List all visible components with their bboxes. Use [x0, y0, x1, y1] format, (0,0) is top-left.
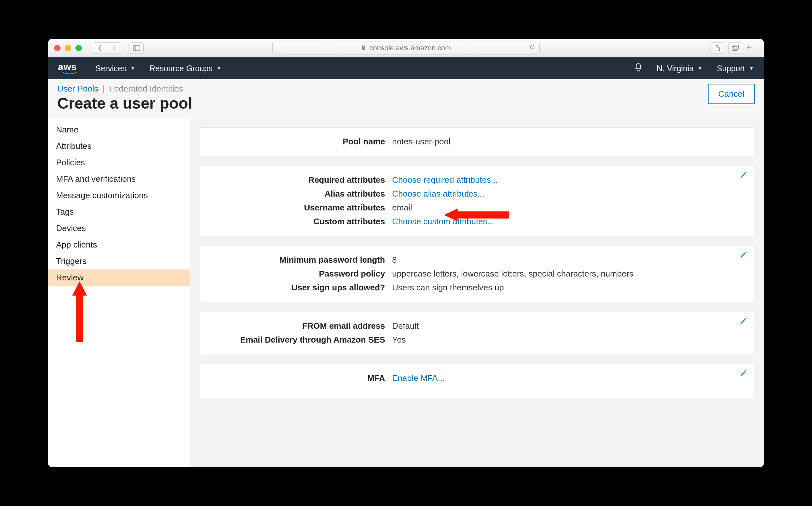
aws-logo[interactable]: aws [58, 62, 81, 75]
chevron-down-icon: ▼ [130, 66, 135, 71]
sidebar-item-review[interactable]: Review [48, 269, 190, 286]
browser-window: console.aws.amazon.com + aws Services ▼ … [48, 39, 764, 467]
back-button[interactable] [93, 42, 107, 54]
svg-rect-5 [732, 47, 737, 51]
ses-label: Email Delivery through Amazon SES [211, 335, 385, 345]
mfa-link[interactable]: Enable MFA... [392, 373, 445, 383]
sidebar-item-mfa[interactable]: MFA and verifications [48, 171, 190, 187]
nav-region[interactable]: N. Virginia ▼ [657, 64, 703, 73]
lock-icon [361, 44, 366, 52]
svg-rect-6 [734, 45, 738, 49]
chevron-down-icon: ▼ [749, 66, 754, 71]
sidebar-item-attributes[interactable]: Attributes [48, 138, 190, 154]
edit-pencil-icon[interactable] [739, 171, 747, 180]
required-attr-link[interactable]: Choose required attributes... [392, 175, 498, 185]
page-header: User Pools | Federated Identities Create… [48, 79, 764, 118]
from-email-value: Default [392, 321, 419, 331]
titlebar: console.aws.amazon.com + [48, 39, 764, 57]
wizard-sidebar: Name Attributes Policies MFA and verific… [48, 118, 190, 467]
nav-support-label: Support [717, 64, 745, 73]
alias-attr-link[interactable]: Choose alias attributes... [392, 189, 484, 198]
chevron-down-icon: ▼ [216, 66, 222, 71]
minlen-value: 8 [392, 255, 397, 265]
alias-attr-label: Alias attributes [211, 189, 385, 199]
sidebar-item-name[interactable]: Name [48, 121, 190, 138]
minimize-window-button[interactable] [65, 45, 71, 51]
ses-value: Yes [392, 335, 406, 345]
custom-attr-label: Custom attributes [211, 217, 385, 227]
card-pool-name: Pool name notes-user-pool [200, 127, 754, 156]
new-tab-button[interactable]: + [746, 42, 758, 54]
sidebar-toggle-button[interactable] [129, 42, 144, 54]
nav-resource-groups[interactable]: Resource Groups ▼ [150, 64, 222, 73]
cancel-button[interactable]: Cancel [708, 84, 755, 104]
edit-pencil-icon[interactable] [739, 317, 747, 326]
mfa-label: MFA [211, 373, 385, 383]
pool-name-value: notes-user-pool [392, 137, 450, 147]
nav-support[interactable]: Support ▼ [717, 64, 754, 73]
breadcrumb: User Pools | Federated Identities [57, 84, 708, 94]
card-mfa: MFA Enable MFA... [200, 364, 754, 398]
pool-name-label: Pool name [211, 137, 385, 147]
required-attr-label: Required attributes [211, 175, 385, 185]
share-button[interactable] [710, 42, 724, 54]
sidebar-item-policies[interactable]: Policies [48, 154, 190, 171]
nav-services[interactable]: Services ▼ [95, 64, 135, 73]
pwpolicy-value: uppercase letters, lowercase letters, sp… [392, 269, 633, 279]
sidebar-item-tags[interactable]: Tags [48, 204, 190, 220]
svg-rect-2 [362, 47, 365, 50]
custom-attr-link[interactable]: Choose custom attributes... [392, 217, 494, 226]
sidebar-item-triggers[interactable]: Triggers [48, 253, 190, 269]
window-controls [54, 45, 82, 51]
card-attributes: Required attributes Choose required attr… [200, 166, 754, 236]
breadcrumb-federated[interactable]: Federated Identities [109, 84, 183, 93]
sidebar-item-app-clients[interactable]: App clients [48, 237, 190, 253]
username-attr-value: email [392, 203, 412, 213]
forward-button[interactable] [107, 42, 121, 54]
page-title: Create a user pool [57, 94, 708, 112]
minlen-label: Minimum password length [211, 255, 385, 265]
review-panel: Pool name notes-user-pool Required attri… [190, 118, 764, 467]
tabs-button[interactable] [728, 42, 742, 54]
chevron-down-icon: ▼ [698, 66, 703, 71]
nav-services-label: Services [95, 64, 126, 73]
signup-label: User sign ups allowed? [211, 283, 385, 292]
url-host: console.aws.amazon.com [369, 44, 451, 52]
notifications-icon[interactable] [634, 63, 642, 74]
card-policies: Minimum password length 8 Password polic… [200, 246, 754, 302]
sidebar-item-messages[interactable]: Message customizations [48, 187, 190, 204]
signup-value: Users can sign themselves up [392, 283, 504, 292]
reload-icon[interactable] [529, 44, 536, 52]
edit-pencil-icon[interactable] [739, 369, 747, 378]
address-bar[interactable]: console.aws.amazon.com [272, 41, 540, 55]
nav-region-label: N. Virginia [657, 64, 694, 73]
sidebar-item-devices[interactable]: Devices [48, 220, 190, 237]
edit-pencil-icon[interactable] [739, 251, 747, 260]
breadcrumb-user-pools[interactable]: User Pools [57, 84, 98, 93]
zoom-window-button[interactable] [75, 45, 82, 51]
from-email-label: FROM email address [211, 321, 385, 331]
svg-rect-0 [133, 46, 140, 51]
pwpolicy-label: Password policy [211, 269, 385, 279]
close-window-button[interactable] [54, 45, 61, 51]
aws-top-nav: aws Services ▼ Resource Groups ▼ N. Virg… [48, 57, 764, 79]
card-email: FROM email address Default Email Deliver… [200, 312, 754, 354]
username-attr-label: Username attributes [211, 203, 385, 213]
nav-resource-groups-label: Resource Groups [150, 64, 213, 73]
